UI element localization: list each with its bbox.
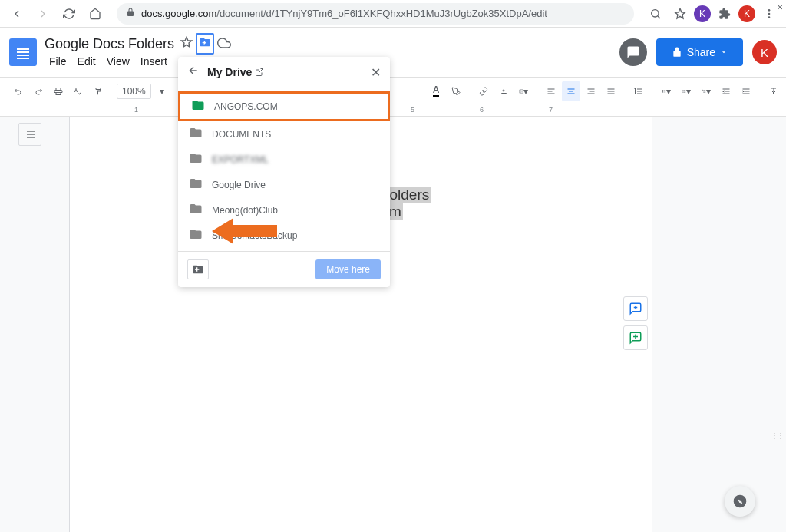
open-external-icon[interactable] [255, 68, 264, 77]
find-icon[interactable] [645, 3, 666, 25]
highlight-button[interactable] [447, 81, 465, 101]
svg-point-7 [520, 90, 521, 91]
svg-point-28 [682, 92, 683, 93]
share-label: Share [687, 46, 715, 58]
folder-item[interactable]: Google Drive [178, 172, 390, 197]
star-icon[interactable] [180, 36, 193, 51]
extension-avatar[interactable]: K [694, 5, 711, 22]
folder-name: Meong(dot)Club [212, 205, 278, 216]
browser-chrome-bar: docs.google.com/document/d/1TYnjY9Tm6_oF… [0, 0, 786, 28]
format-paint-button[interactable] [89, 81, 107, 101]
numbered-list-button[interactable]: 1▾ [697, 81, 715, 101]
folder-item[interactable]: Meong(dot)Club [178, 197, 390, 223]
svg-point-26 [682, 91, 683, 91]
url-host: docs.google.com [141, 8, 216, 19]
add-comment-button[interactable] [494, 81, 513, 101]
undo-button[interactable] [9, 81, 28, 101]
close-tab-icon[interactable]: ✕ [777, 3, 783, 12]
svg-point-0 [652, 9, 659, 16]
toolbar: 100% ▾ Norm A ▾ ▾ ▾ 1▾ ▾ [0, 77, 786, 104]
align-justify-button[interactable] [602, 81, 620, 101]
popup-back-button[interactable] [187, 64, 200, 80]
folder-icon [189, 126, 203, 142]
scrollbar-handle[interactable]: ⋮⋮ [771, 431, 783, 440]
new-folder-button[interactable] [187, 259, 209, 279]
zoom-dropdown[interactable]: ▾ [153, 81, 171, 101]
print-button[interactable] [49, 81, 68, 101]
dropdown-icon [720, 48, 728, 56]
folder-name: DOCUMENTS [212, 129, 271, 140]
back-button[interactable] [6, 3, 28, 25]
profile-avatar[interactable]: K [738, 5, 755, 22]
svg-point-2 [768, 12, 771, 15]
forward-button[interactable] [32, 3, 54, 25]
svg-point-1 [768, 9, 771, 12]
add-comment-side-button[interactable] [623, 296, 648, 321]
line-spacing-button[interactable] [629, 81, 648, 101]
docs-header: Google Docs Folders File Edit View Inser… [0, 28, 786, 77]
folder-item[interactable]: EXPORTXML [178, 147, 390, 172]
zoom-select[interactable]: 100% [117, 84, 151, 99]
horizontal-ruler[interactable]: 1 2 3 4 5 6 7 [0, 104, 786, 117]
folder-icon [189, 151, 203, 167]
svg-rect-20 [662, 90, 663, 91]
clear-formatting-button[interactable] [765, 81, 783, 101]
folder-icon [189, 202, 203, 218]
account-avatar[interactable]: K [752, 40, 777, 64]
menu-edit[interactable]: Edit [73, 54, 101, 69]
svg-rect-22 [662, 91, 663, 92]
align-left-button[interactable] [542, 81, 560, 101]
reload-button[interactable] [58, 3, 80, 25]
svg-point-3 [768, 16, 771, 18]
align-right-button[interactable] [582, 81, 600, 101]
suggest-side-button[interactable] [623, 325, 648, 350]
document-canvas: Google Docs Folders Angops.com ⋮⋮ [0, 117, 786, 532]
explore-button[interactable] [725, 486, 755, 517]
menu-view[interactable]: View [102, 54, 134, 69]
bookmark-icon[interactable] [669, 3, 691, 25]
address-bar[interactable]: docs.google.com/document/d/1TYnjY9Tm6_oF… [117, 3, 634, 25]
docs-logo[interactable] [9, 38, 37, 66]
insert-link-button[interactable] [474, 81, 493, 101]
text-color-button[interactable]: A [427, 81, 445, 101]
folder-name: ANGOPS.COM [214, 101, 278, 112]
bulleted-list-button[interactable]: ▾ [677, 81, 695, 101]
menu-insert[interactable]: Insert [136, 54, 172, 69]
svg-point-24 [682, 90, 683, 91]
menu-file[interactable]: File [45, 54, 71, 69]
comment-history-button[interactable] [619, 38, 647, 66]
redo-button[interactable] [29, 81, 48, 101]
folder-item[interactable]: DOCUMENTS [178, 121, 390, 147]
folder-item[interactable]: SmsContactsBackup [178, 223, 390, 248]
folder-name: SmsContactsBackup [212, 230, 297, 241]
move-here-button[interactable]: Move here [315, 259, 381, 279]
extensions-icon[interactable] [714, 3, 735, 25]
spellcheck-button[interactable] [69, 81, 88, 101]
lock-icon [672, 47, 682, 58]
document-title[interactable]: Google Docs Folders [45, 36, 174, 52]
insert-image-button[interactable]: ▾ [514, 81, 533, 101]
home-button[interactable] [84, 3, 106, 25]
folder-icon [191, 98, 205, 114]
indent-decrease-button[interactable] [717, 81, 735, 101]
share-button[interactable]: Share [656, 38, 743, 66]
folder-name: EXPORTXML [212, 154, 269, 165]
svg-rect-4 [56, 88, 61, 90]
outline-button[interactable] [18, 123, 41, 146]
checklist-button[interactable]: ▾ [657, 81, 675, 101]
svg-rect-5 [56, 92, 61, 94]
move-file-icon[interactable] [199, 36, 211, 51]
folder-name: Google Drive [212, 180, 266, 190]
folder-item[interactable]: ANGOPS.COM [178, 91, 390, 121]
indent-increase-button[interactable] [737, 81, 755, 101]
align-center-button[interactable] [562, 81, 580, 101]
popup-title: My Drive [207, 66, 363, 78]
folder-icon [189, 227, 203, 243]
popup-close-button[interactable]: ✕ [371, 65, 381, 80]
svg-text:1: 1 [702, 89, 703, 91]
move-popup: My Drive ✕ ANGOPS.COM DOCUMENTS EXPORTXM… [178, 57, 390, 287]
cloud-status-icon[interactable] [217, 36, 231, 52]
folder-list: ANGOPS.COM DOCUMENTS EXPORTXML Google Dr… [178, 88, 390, 251]
url-path: /document/d/1TYnjY9Tm6_oF6l1XKFQhxxHD1Mu… [216, 8, 547, 19]
lock-icon [126, 8, 135, 19]
